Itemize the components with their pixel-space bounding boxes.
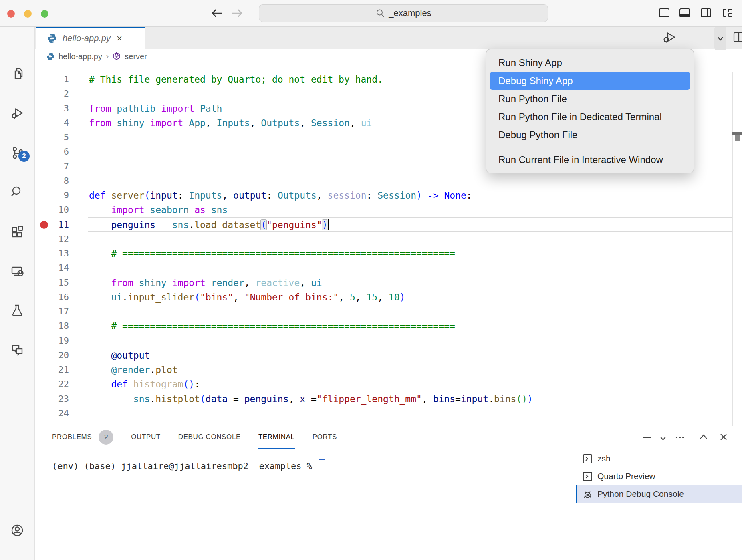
close-panel-icon[interactable]	[718, 431, 729, 443]
toggle-secondary-sidebar-icon[interactable]	[700, 7, 712, 19]
code-line-3[interactable]: from pathlib import Path	[89, 101, 222, 116]
menu-item-run-current-file-in-interactive-window[interactable]: Run Current File in Interactive Window	[490, 151, 690, 169]
line-number[interactable]: 4	[36, 116, 69, 131]
testing-icon[interactable]	[10, 304, 24, 317]
command-center-search[interactable]: _examples	[259, 4, 548, 22]
terminal-icon	[582, 453, 593, 464]
breadcrumb-symbol[interactable]: server	[125, 52, 147, 61]
terminal-icon	[582, 471, 593, 482]
search-icon	[375, 8, 385, 18]
history-back-button[interactable]	[210, 6, 224, 20]
menu-item-run-python-file[interactable]: Run Python File	[490, 90, 690, 108]
line-number[interactable]: 8	[36, 174, 69, 189]
line-number[interactable]: 9	[36, 188, 69, 203]
line-number[interactable]: 23	[36, 392, 69, 407]
terminal-cursor	[319, 459, 325, 471]
code-line-21[interactable]: @render.plot	[89, 363, 178, 377]
code-line-10[interactable]: import seaborn as sns	[89, 203, 228, 218]
maximize-panel-icon[interactable]	[698, 431, 709, 443]
history-forward-button[interactable]	[230, 6, 244, 20]
tab-hello-app-py[interactable]: hello-app.py ×	[36, 26, 145, 49]
code-line-9[interactable]: def server(input: Inputs, output: Output…	[89, 188, 472, 203]
code-line-1[interactable]: # This file generated by Quarto; do not …	[89, 72, 383, 87]
line-number[interactable]: 12	[36, 232, 69, 247]
menu-item-run-python-file-in-dedicated-terminal[interactable]: Run Python File in Dedicated Terminal	[490, 108, 690, 126]
toggle-primary-sidebar-icon[interactable]	[658, 7, 670, 19]
tab-close-icon[interactable]: ×	[117, 34, 122, 43]
line-number[interactable]: 6	[36, 145, 69, 159]
code-line-22[interactable]: def histogram():	[89, 377, 200, 392]
line-number[interactable]: 13	[36, 246, 69, 261]
account-icon[interactable]	[10, 524, 24, 537]
vscode-window: _examples 2	[0, 0, 742, 560]
menu-item-debug-shiny-app[interactable]: Debug Shiny App	[490, 72, 690, 90]
text-cursor	[328, 219, 329, 230]
minimap-border	[732, 72, 733, 426]
run-and-debug-icon[interactable]	[10, 106, 24, 120]
code-line-16[interactable]: ui.input_slider("bins", "Number of bins:…	[89, 290, 405, 305]
explorer-icon[interactable]	[10, 66, 24, 80]
menu-item-run-shiny-app[interactable]: Run Shiny App	[490, 54, 690, 72]
panel-tab-output[interactable]: OUTPUT	[131, 426, 160, 449]
run-or-debug-button[interactable]	[662, 26, 677, 48]
remote-explorer-icon[interactable]	[10, 264, 24, 278]
line-number[interactable]: 16	[36, 290, 69, 305]
line-number[interactable]: 15	[36, 276, 69, 290]
line-number[interactable]: 10	[36, 203, 69, 218]
toggle-panel-icon[interactable]	[679, 7, 691, 19]
line-number[interactable]: 5	[36, 130, 69, 145]
close-window-button[interactable]	[7, 10, 15, 18]
menu-separator	[493, 147, 687, 147]
panel-tabs: PROBLEMS2OUTPUTDEBUG CONSOLETERMINALPORT…	[52, 426, 337, 449]
comments-icon[interactable]	[10, 343, 24, 357]
minimap-mark	[735, 135, 740, 141]
minimize-window-button[interactable]	[24, 10, 32, 18]
extensions-icon[interactable]	[10, 225, 24, 239]
line-number[interactable]: 2	[36, 87, 69, 101]
code-line-13[interactable]: # ======================================…	[89, 246, 455, 261]
terminal-profile-dropdown-icon[interactable]	[659, 434, 667, 443]
line-number[interactable]: 17	[36, 304, 69, 319]
terminal-prompt[interactable]: (env) (base) jjallaire@jjallairesmbp2 _e…	[52, 459, 325, 471]
line-number[interactable]: 20	[36, 348, 69, 363]
line-number[interactable]: 14	[36, 261, 69, 276]
split-editor-icon[interactable]	[732, 26, 742, 48]
panel-tab-problems[interactable]: PROBLEMS2	[52, 426, 113, 449]
customize-layout-icon[interactable]	[722, 7, 734, 19]
new-terminal-button[interactable]	[641, 431, 653, 443]
panel-tab-debug-console[interactable]: DEBUG CONSOLE	[178, 426, 241, 449]
code-line-23[interactable]: sns.histplot(data = penguins, x ="flippe…	[89, 392, 533, 407]
code-line-15[interactable]: from shiny import render, reactive, ui	[89, 276, 322, 290]
python-file-icon	[47, 33, 57, 44]
line-number[interactable]: 18	[36, 319, 69, 334]
code-line-4[interactable]: from shiny import App, Inputs, Outputs, …	[89, 116, 372, 131]
line-number[interactable]: 7	[36, 159, 69, 174]
line-number[interactable]: 22	[36, 377, 69, 392]
panel-more-actions-icon[interactable]	[674, 431, 686, 443]
search-sidebar-icon[interactable]	[10, 185, 24, 199]
chevron-right-icon: ›	[106, 51, 109, 62]
terminal-list-item-quarto-preview[interactable]: Quarto Preview	[576, 467, 742, 485]
terminal-list-item-zsh[interactable]: zsh	[576, 450, 742, 467]
zoom-window-button[interactable]	[41, 10, 48, 18]
panel-tab-terminal[interactable]: TERMINAL	[258, 426, 295, 449]
line-number[interactable]: 21	[36, 363, 69, 377]
line-number[interactable]: 1	[36, 72, 69, 87]
run-options-dropdown-button[interactable]	[714, 26, 726, 50]
python-file-icon-small	[46, 52, 55, 61]
code-line-20[interactable]: @output	[89, 348, 150, 363]
panel-tab-ports[interactable]: PORTS	[313, 426, 337, 449]
line-number[interactable]: 3	[36, 101, 69, 116]
breadcrumb-file[interactable]: hello-app.py	[58, 52, 102, 61]
tab-label: hello-app.py	[63, 33, 111, 44]
terminal-instance-list: zshQuarto PreviewPython Debug Console	[576, 450, 742, 503]
terminal-list-item-python-debug-console[interactable]: Python Debug Console	[576, 485, 742, 503]
line-number[interactable]: 11	[36, 218, 69, 232]
code-line-18[interactable]: # ======================================…	[89, 319, 455, 334]
menu-item-debug-python-file[interactable]: Debug Python File	[490, 126, 690, 144]
titlebar: _examples	[0, 0, 742, 27]
line-number[interactable]: 24	[36, 406, 69, 421]
code-line-11[interactable]: penguins = sns.load_dataset("penguins")	[89, 218, 329, 232]
line-number[interactable]: 19	[36, 334, 69, 348]
source-control-badge: 2	[18, 151, 30, 162]
